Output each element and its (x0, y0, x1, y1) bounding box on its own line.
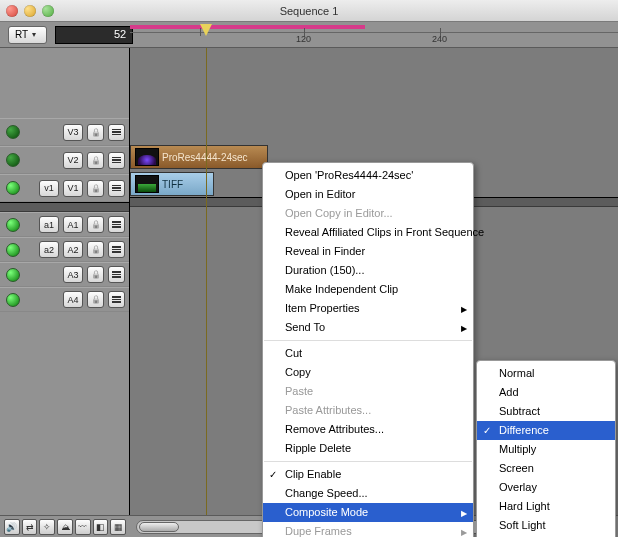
menu-item[interactable]: Make Independent Clip (263, 280, 473, 299)
menu-item[interactable]: Change Speed... (263, 484, 473, 503)
tool-speaker-icon[interactable]: 🔊 (4, 519, 20, 535)
lock-icon[interactable] (87, 216, 104, 233)
track-enable-led[interactable] (6, 268, 20, 282)
menu-item: Dupe Frames (263, 522, 473, 537)
track-tag[interactable]: A4 (63, 291, 83, 308)
lock-icon[interactable] (87, 241, 104, 258)
playhead-line[interactable] (206, 48, 207, 515)
track-tag[interactable]: A3 (63, 266, 83, 283)
titlebar: Sequence 1 (0, 0, 618, 22)
submenu-item[interactable]: Hard Light (477, 497, 615, 516)
audio-track-header[interactable]: a1A1 (0, 212, 129, 237)
track-options-icon[interactable] (108, 216, 125, 233)
track-options-icon[interactable] (108, 291, 125, 308)
track-tag[interactable]: V1 (63, 180, 83, 197)
video-track-header[interactable]: V3 (0, 118, 129, 146)
clip-tiff[interactable]: TIFF (130, 172, 214, 196)
tool-overlay-icon[interactable]: ▦ (110, 519, 126, 535)
menu-item[interactable]: Open 'ProRes4444-24sec' (263, 166, 473, 185)
menu-item[interactable]: Duration (150)... (263, 261, 473, 280)
menu-item[interactable]: Cut (263, 344, 473, 363)
submenu-item[interactable]: Overlay (477, 478, 615, 497)
audio-track-header[interactable]: A3 (0, 262, 129, 287)
audio-track-header[interactable]: a2A2 (0, 237, 129, 262)
submenu-item[interactable]: Difference (477, 421, 615, 440)
track-options-icon[interactable] (108, 241, 125, 258)
track-options-icon[interactable] (108, 180, 125, 197)
timeline-ruler[interactable]: 120240 (130, 22, 618, 47)
track-enable-led[interactable] (6, 243, 20, 257)
audio-track-header[interactable]: A4 (0, 287, 129, 312)
track-options-icon[interactable] (108, 266, 125, 283)
clip-thumbnail-icon (135, 148, 159, 166)
clip-context-menu: Open 'ProRes4444-24sec'Open in EditorOpe… (262, 162, 474, 537)
timecode-field[interactable]: 52 (55, 26, 133, 44)
menu-item: Paste Attributes... (263, 401, 473, 420)
lock-icon[interactable] (87, 124, 104, 141)
playhead-marker-icon[interactable] (200, 24, 212, 36)
menu-item[interactable]: Remove Attributes... (263, 420, 473, 439)
track-enable-led[interactable] (6, 125, 20, 139)
patch-tag[interactable]: a1 (39, 216, 59, 233)
submenu-item[interactable]: Soft Light (477, 516, 615, 535)
menu-item[interactable]: Open in Editor (263, 185, 473, 204)
menu-item[interactable]: Composite Mode (263, 503, 473, 522)
menu-item[interactable]: Clip Enable (263, 465, 473, 484)
composite-mode-submenu: NormalAddSubtractDifferenceMultiplyScree… (476, 360, 616, 537)
menu-item: Open Copy in Editor... (263, 204, 473, 223)
menu-item[interactable]: Send To (263, 318, 473, 337)
rt-dropdown[interactable]: RT (8, 26, 47, 44)
track-enable-led[interactable] (6, 153, 20, 167)
menu-item[interactable]: Ripple Delete (263, 439, 473, 458)
menu-item: Paste (263, 382, 473, 401)
track-options-icon[interactable] (108, 124, 125, 141)
clip-thumbnail-icon (135, 175, 159, 193)
submenu-item[interactable]: Subtract (477, 402, 615, 421)
menu-item[interactable]: Reveal Affiliated Clips in Front Sequenc… (263, 223, 473, 242)
scrollbar-thumb[interactable] (139, 522, 179, 532)
video-track-header[interactable]: V2 (0, 146, 129, 174)
menu-item[interactable]: Copy (263, 363, 473, 382)
track-enable-led[interactable] (6, 181, 20, 195)
ruler-label: 120 (296, 34, 311, 44)
timeline-toolbar: RT 52 120240 (0, 22, 618, 48)
menu-item[interactable]: Item Properties (263, 299, 473, 318)
submenu-item[interactable]: Multiply (477, 440, 615, 459)
tool-waveform-icon[interactable]: 〰 (75, 519, 91, 535)
clip-label: TIFF (162, 179, 183, 190)
tool-link-icon[interactable]: ⇄ (22, 519, 38, 535)
menu-item[interactable]: Reveal in Finder (263, 242, 473, 261)
tool-snap-icon[interactable]: ✧ (39, 519, 55, 535)
ruler-label: 240 (432, 34, 447, 44)
clip-label: ProRes4444-24sec (162, 152, 248, 163)
track-tag[interactable]: V2 (63, 152, 83, 169)
track-options-icon[interactable] (108, 152, 125, 169)
submenu-item[interactable]: Add (477, 383, 615, 402)
track-tag[interactable]: A2 (63, 241, 83, 258)
patch-tag[interactable]: a2 (39, 241, 59, 258)
video-audio-divider[interactable] (0, 202, 129, 212)
lock-icon[interactable] (87, 180, 104, 197)
tool-mountain-icon[interactable]: ⛰ (57, 519, 73, 535)
clip-prores[interactable]: ProRes4444-24sec (130, 145, 268, 169)
submenu-item[interactable]: Normal (477, 364, 615, 383)
tool-keyframe-icon[interactable]: ◧ (93, 519, 109, 535)
track-enable-led[interactable] (6, 218, 20, 232)
submenu-item[interactable]: Screen (477, 459, 615, 478)
track-tag[interactable]: A1 (63, 216, 83, 233)
window-title: Sequence 1 (0, 5, 618, 17)
video-track-header[interactable]: v1V1 (0, 174, 129, 202)
track-tag[interactable]: V3 (63, 124, 83, 141)
track-header-panel: V3V2v1V1 a1A1a2A2A3A4 (0, 48, 130, 515)
patch-tag[interactable]: v1 (39, 180, 59, 197)
lock-icon[interactable] (87, 266, 104, 283)
lock-icon[interactable] (87, 291, 104, 308)
lock-icon[interactable] (87, 152, 104, 169)
track-enable-led[interactable] (6, 293, 20, 307)
